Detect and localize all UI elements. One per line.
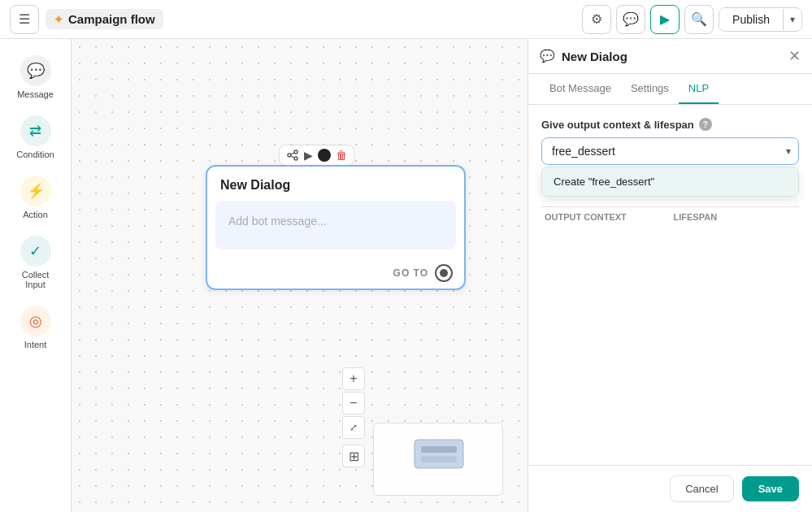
comments-button[interactable]: 💬	[616, 5, 645, 34]
panel-title-text: New Dialog	[562, 50, 627, 63]
right-panel-footer: Cancel Save	[528, 465, 812, 512]
main: 💬 Message ⇄ Condition ⚡ Action ✓ Collect…	[0, 39, 812, 512]
topbar-icons: ⚙ 💬 ▶ 🔍 Publish ▾	[582, 5, 802, 34]
sparkle-icon: ✦	[54, 13, 63, 26]
svg-rect-5	[415, 440, 463, 468]
flow-title-text: Campaign flow	[68, 12, 155, 26]
search-button[interactable]: 🔍	[684, 5, 714, 34]
sidebar-toggle-icon: ☰	[19, 11, 30, 27]
field-label: Give output context & lifespan ?	[541, 118, 799, 131]
sidebar-item-action-label: Action	[23, 210, 48, 219]
right-panel: 💬 New Dialog ✕ Bot Message Settings NLP …	[528, 39, 812, 512]
expand-button[interactable]: ⤢	[342, 416, 365, 439]
dialog-node-header: New Dialog	[207, 167, 464, 201]
goto-circle[interactable]	[435, 264, 453, 282]
tools-button[interactable]: ⚙	[582, 5, 611, 34]
collect-input-icon: ✓	[20, 236, 51, 267]
action-icon: ⚡	[20, 176, 51, 206]
sidebar-item-message-label: Message	[17, 89, 54, 99]
tab-settings[interactable]: Settings	[621, 74, 679, 104]
canvas[interactable]: ▶ 🗑 New Dialog Add bot message... GO TO …	[72, 39, 528, 512]
svg-point-2	[294, 157, 297, 160]
right-panel-header: 💬 New Dialog ✕	[528, 39, 812, 74]
comments-icon: 💬	[623, 11, 639, 27]
zoom-out-button[interactable]: −	[342, 392, 365, 414]
sidebar-item-collect-input-label: Collect Input	[13, 270, 59, 289]
dialog-node[interactable]: New Dialog Add bot message... GO TO	[206, 165, 466, 290]
tab-nlp[interactable]: NLP	[679, 74, 719, 104]
goto-inner	[440, 269, 448, 277]
grid-button[interactable]: ⊞	[342, 445, 365, 467]
right-panel-title: 💬 New Dialog	[540, 49, 627, 63]
sidebar-item-message[interactable]: 💬 Message	[5, 49, 67, 106]
node-network-button[interactable]	[286, 149, 299, 162]
play-button[interactable]: ▶	[650, 5, 680, 34]
table-col-lifespan: Lifespan	[671, 212, 800, 222]
publish-group: Publish ▾	[719, 7, 802, 32]
sidebar-item-intent-label: Intent	[24, 340, 47, 349]
save-button[interactable]: Save	[742, 476, 799, 501]
goto-label: GO TO	[393, 267, 428, 279]
svg-line-3	[291, 153, 294, 154]
panel-tabs: Bot Message Settings NLP	[528, 74, 812, 105]
dialog-node-title: New Dialog	[220, 178, 290, 192]
message-icon: 💬	[20, 55, 51, 86]
node-delete-button[interactable]: 🗑	[336, 149, 347, 162]
sidebar-item-collect-input[interactable]: ✓ Collect Input	[5, 229, 67, 296]
svg-rect-7	[421, 456, 457, 462]
svg-rect-6	[421, 446, 457, 453]
dialog-node-body[interactable]: Add bot message...	[215, 201, 456, 249]
condition-icon: ⇄	[20, 115, 51, 146]
field-label-text: Give output context & lifespan	[541, 119, 694, 131]
sidebar-toggle-button[interactable]: ☰	[10, 5, 39, 34]
search-icon: 🔍	[691, 11, 707, 27]
play-icon: ▶	[660, 11, 670, 27]
topbar-left: ☰ ✦ Campaign flow	[10, 5, 574, 34]
intent-icon: ◎	[20, 306, 51, 336]
mini-map	[373, 423, 503, 496]
panel-content: Give output context & lifespan ? ▾ Creat…	[528, 105, 812, 465]
context-input[interactable]	[541, 137, 799, 165]
dialog-node-footer: GO TO	[207, 258, 464, 289]
left-sidebar: 💬 Message ⇄ Condition ⚡ Action ✓ Collect…	[0, 39, 72, 512]
panel-close-button[interactable]: ✕	[788, 47, 801, 65]
topbar: ☰ ✦ Campaign flow ⚙ 💬 ▶ 🔍 Publish ▾	[0, 0, 812, 39]
node-circle-indicator	[318, 149, 331, 162]
close-icon: ✕	[788, 48, 801, 64]
chevron-down-icon: ▾	[790, 14, 795, 25]
tools-icon: ⚙	[591, 11, 602, 27]
zoom-in-button[interactable]: +	[342, 367, 365, 390]
publish-button[interactable]: Publish	[719, 8, 783, 31]
cancel-button[interactable]: Cancel	[670, 475, 733, 502]
flow-title: ✦ Campaign flow	[46, 9, 163, 29]
sidebar-item-action[interactable]: ⚡ Action	[5, 169, 67, 226]
context-input-wrapper: ▾	[541, 137, 799, 165]
node-toolbar: ▶ 🗑	[279, 145, 354, 166]
svg-point-0	[288, 154, 291, 157]
panel-dialog-icon: 💬	[540, 49, 555, 63]
node-play-button[interactable]: ▶	[304, 149, 313, 162]
publish-chevron-button[interactable]: ▾	[783, 9, 801, 30]
table-col-output-context: Output context	[541, 212, 671, 222]
table-headers: Output context Lifespan	[541, 206, 799, 227]
context-dropdown: Create "free_dessert"	[541, 167, 799, 197]
dropdown-item-create[interactable]: Create "free_dessert"	[542, 167, 798, 196]
sidebar-item-condition-label: Condition	[16, 150, 54, 159]
help-icon[interactable]: ?	[699, 118, 712, 131]
svg-line-4	[291, 156, 294, 158]
svg-point-1	[294, 150, 297, 154]
sidebar-item-condition[interactable]: ⇄ Condition	[5, 109, 67, 166]
sidebar-item-intent[interactable]: ◎ Intent	[5, 299, 67, 356]
dialog-node-placeholder: Add bot message...	[228, 215, 327, 228]
tab-bot-message[interactable]: Bot Message	[540, 74, 621, 104]
zoom-controls: + − ⤢	[342, 367, 365, 439]
